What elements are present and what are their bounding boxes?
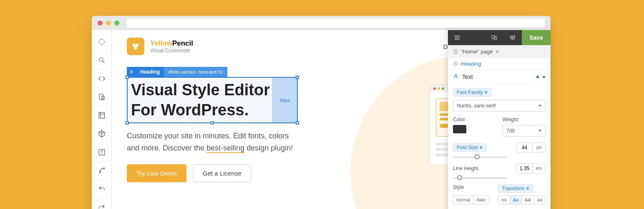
- transform-segments[interactable]: no Aa AA aa: [498, 195, 546, 204]
- screens-icon[interactable]: [485, 30, 503, 45]
- resize-handle-b[interactable]: [211, 121, 214, 125]
- selection-bar[interactable]: ≡ Heading #hero-section .hero-text h1: [127, 67, 227, 77]
- section-header-text[interactable]: Text: [448, 69, 551, 84]
- style-label: Style: [453, 184, 491, 190]
- hero-description: Customize your site in minutes. Edit fon…: [127, 130, 302, 154]
- cube-tool[interactable]: [92, 125, 112, 143]
- panel-menu-icon[interactable]: [448, 30, 466, 45]
- get-license-button[interactable]: Get a License: [193, 164, 251, 182]
- browser-window: YellowPencil Visual Customizer Docs Blog…: [92, 16, 551, 209]
- font-family-select[interactable]: Nunito, sans-serif: [453, 100, 546, 112]
- browser-titlebar: [92, 16, 551, 30]
- svg-point-8: [136, 44, 138, 47]
- selection-menu-icon[interactable]: ≡: [127, 69, 136, 75]
- svg-point-7: [133, 44, 136, 47]
- svg-rect-11: [494, 37, 497, 40]
- maximize-dot[interactable]: [114, 20, 119, 25]
- hero-title: Visual Style EditorFor WordPress.: [131, 80, 294, 120]
- animation-tool[interactable]: [92, 161, 112, 180]
- panel-body: Font Family × Nunito, sans-serif Color W…: [448, 84, 551, 209]
- font-size-tag[interactable]: Font Size ×: [453, 143, 486, 152]
- padding-indicator: 58px: [272, 77, 298, 123]
- svg-point-13: [512, 38, 513, 39]
- selection-label: Heading: [136, 69, 164, 75]
- weight-select[interactable]: 700: [503, 125, 546, 137]
- undo-tool[interactable]: [92, 180, 112, 198]
- url-bar[interactable]: [127, 18, 545, 28]
- svg-point-14: [514, 36, 515, 37]
- try-demo-button[interactable]: Try Live Demo: [127, 164, 186, 182]
- color-label: Color: [453, 117, 496, 122]
- text-tool[interactable]: [92, 143, 112, 161]
- collapse-icon[interactable]: [542, 76, 546, 78]
- transform-tag[interactable]: Transform ×: [498, 184, 533, 193]
- color-swatch[interactable]: [453, 125, 466, 133]
- resize-handle-tr[interactable]: [296, 76, 299, 79]
- logo-icon: [127, 38, 144, 55]
- selection-selector: #hero-section .hero-text h1: [164, 67, 227, 77]
- brand-secondary: Pencil: [172, 39, 193, 47]
- brand-primary: Yellow: [150, 39, 172, 47]
- font-size-input[interactable]: 44px: [516, 143, 546, 153]
- svg-rect-10: [492, 36, 495, 38]
- svg-point-0: [99, 39, 104, 44]
- brand-tagline: Visual Customizer: [150, 48, 193, 54]
- svg-point-9: [134, 46, 137, 49]
- save-button[interactable]: Save: [522, 30, 551, 45]
- weight-label: Weight: [503, 117, 546, 122]
- line-height-slider[interactable]: [453, 178, 507, 178]
- resize-handle-tl[interactable]: [126, 76, 129, 79]
- svg-rect-4: [99, 112, 105, 118]
- svg-rect-2: [99, 94, 103, 100]
- section-indicator: [536, 76, 539, 78]
- font-size-slider[interactable]: [453, 157, 507, 158]
- responsive-tool[interactable]: [92, 88, 112, 106]
- breadcrumb[interactable]: Heading: [448, 58, 551, 69]
- line-height-label: Line Height: [453, 166, 478, 171]
- svg-point-1: [99, 58, 103, 61]
- minimize-dot[interactable]: [106, 20, 111, 25]
- brand: YellowPencil Visual Customizer: [150, 39, 193, 54]
- left-toolbar: [92, 30, 112, 209]
- redo-tool[interactable]: [92, 198, 112, 209]
- wireframe-tool[interactable]: [92, 106, 112, 125]
- settings-icon[interactable]: [503, 30, 522, 45]
- close-dot[interactable]: [98, 20, 103, 25]
- resize-handle-br[interactable]: [296, 121, 299, 125]
- resize-handle-bl[interactable]: [126, 121, 129, 125]
- svg-point-12: [511, 36, 512, 38]
- style-panel: Save "Home" page ▼ Heading Text Font Fam…: [448, 30, 551, 209]
- panel-toolbar: Save: [448, 30, 551, 45]
- code-tool[interactable]: [92, 69, 112, 88]
- page-selector[interactable]: "Home" page ▼: [448, 45, 551, 58]
- text-section-icon: [453, 73, 459, 80]
- selection-box[interactable]: Visual Style EditorFor WordPress. 58px: [127, 77, 298, 123]
- selector-tool[interactable]: [92, 33, 112, 51]
- search-tool[interactable]: [92, 51, 112, 69]
- style-segments[interactable]: normal italic: [453, 195, 489, 204]
- line-height-input[interactable]: 1.35em: [516, 163, 546, 173]
- font-family-tag[interactable]: Font Family ×: [453, 88, 491, 97]
